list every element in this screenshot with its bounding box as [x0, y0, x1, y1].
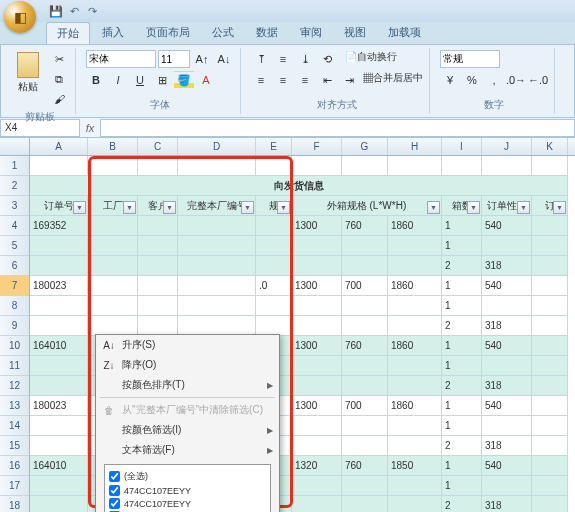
- cell[interactable]: [532, 356, 568, 376]
- filter-dropdown-icon[interactable]: ▼: [517, 201, 530, 214]
- cell[interactable]: [388, 316, 442, 336]
- number-format-select[interactable]: [440, 50, 500, 68]
- row-header[interactable]: 18: [0, 496, 29, 512]
- cell[interactable]: 1850: [388, 456, 442, 476]
- tab-formulas[interactable]: 公式: [202, 22, 244, 44]
- cell[interactable]: 540: [482, 336, 532, 356]
- cell[interactable]: [482, 236, 532, 256]
- cell[interactable]: 1: [442, 276, 482, 296]
- cell[interactable]: [88, 216, 138, 236]
- undo-icon[interactable]: ↶: [66, 3, 82, 19]
- cell[interactable]: [138, 276, 178, 296]
- cell[interactable]: [292, 416, 342, 436]
- row-header[interactable]: 4: [0, 216, 29, 236]
- cell[interactable]: [30, 236, 88, 256]
- cell[interactable]: 2: [442, 376, 482, 396]
- cell[interactable]: [442, 156, 482, 176]
- format-painter-icon[interactable]: 🖌: [49, 90, 69, 108]
- sort-desc-item[interactable]: Z↓降序(O): [96, 355, 279, 375]
- cell[interactable]: [138, 216, 178, 236]
- cell[interactable]: [482, 416, 532, 436]
- cell[interactable]: 1860: [388, 336, 442, 356]
- cell[interactable]: 2: [442, 316, 482, 336]
- cell[interactable]: [532, 216, 568, 236]
- cell[interactable]: [342, 356, 388, 376]
- cell[interactable]: 164010: [30, 456, 88, 476]
- cell[interactable]: [256, 156, 292, 176]
- indent-dec-icon[interactable]: ⇤: [317, 71, 337, 89]
- align-right-icon[interactable]: ≡: [295, 71, 315, 89]
- cell[interactable]: 318: [482, 316, 532, 336]
- cell[interactable]: 1: [442, 356, 482, 376]
- cell[interactable]: [532, 156, 568, 176]
- cell[interactable]: [30, 416, 88, 436]
- dec-decimal-icon[interactable]: ←.0: [528, 71, 548, 89]
- cell[interactable]: 760: [342, 336, 388, 356]
- column-header[interactable]: B: [88, 138, 138, 155]
- cell[interactable]: 1: [442, 396, 482, 416]
- sort-by-color-item[interactable]: 按颜色排序(T)▶: [96, 375, 279, 395]
- font-name-select[interactable]: [86, 50, 156, 68]
- cell[interactable]: 1860: [388, 216, 442, 236]
- paste-button[interactable]: 粘贴: [11, 50, 45, 96]
- column-header[interactable]: G: [342, 138, 388, 155]
- office-button[interactable]: ◧: [4, 1, 36, 33]
- currency-icon[interactable]: ¥: [440, 71, 460, 89]
- cell[interactable]: 760: [342, 216, 388, 236]
- cell[interactable]: [178, 316, 256, 336]
- redo-icon[interactable]: ↷: [84, 3, 100, 19]
- row-header[interactable]: 6: [0, 256, 29, 276]
- cell[interactable]: 订单性质▼: [482, 196, 532, 216]
- cell[interactable]: [532, 436, 568, 456]
- cell[interactable]: 700: [342, 276, 388, 296]
- cell[interactable]: 318: [482, 436, 532, 456]
- cell[interactable]: [342, 476, 388, 496]
- cell[interactable]: 1: [442, 456, 482, 476]
- cell[interactable]: 540: [482, 276, 532, 296]
- cell[interactable]: [30, 156, 88, 176]
- cell[interactable]: [30, 476, 88, 496]
- cell[interactable]: [30, 256, 88, 276]
- cell[interactable]: [178, 236, 256, 256]
- cell[interactable]: [138, 156, 178, 176]
- cell[interactable]: 540: [482, 216, 532, 236]
- cell[interactable]: 318: [482, 496, 532, 512]
- row-header[interactable]: 8: [0, 296, 29, 316]
- cell[interactable]: 164010: [30, 336, 88, 356]
- cell[interactable]: 1860: [388, 396, 442, 416]
- cell[interactable]: [292, 436, 342, 456]
- filter-dropdown-icon[interactable]: ▼: [163, 201, 176, 214]
- cell[interactable]: [256, 216, 292, 236]
- cell[interactable]: [388, 496, 442, 512]
- comma-icon[interactable]: ,: [484, 71, 504, 89]
- row-header[interactable]: 10: [0, 336, 29, 356]
- cell[interactable]: 1300: [292, 336, 342, 356]
- cell[interactable]: [178, 216, 256, 236]
- formula-input[interactable]: [100, 119, 575, 137]
- cut-icon[interactable]: ✂: [49, 50, 69, 68]
- copy-icon[interactable]: ⧉: [49, 70, 69, 88]
- cell[interactable]: 箱数▼: [442, 196, 482, 216]
- cell[interactable]: 2: [442, 496, 482, 512]
- inc-decimal-icon[interactable]: .0→: [506, 71, 526, 89]
- row-header[interactable]: 12: [0, 376, 29, 396]
- cell[interactable]: [178, 276, 256, 296]
- filter-dropdown-icon[interactable]: ▼: [241, 201, 254, 214]
- underline-button[interactable]: U: [130, 71, 150, 89]
- cell[interactable]: [30, 496, 88, 512]
- row-header[interactable]: 13: [0, 396, 29, 416]
- column-header[interactable]: F: [292, 138, 342, 155]
- cell[interactable]: 向发货信息: [30, 176, 568, 196]
- cell[interactable]: 1: [442, 236, 482, 256]
- cell[interactable]: [342, 296, 388, 316]
- tab-view[interactable]: 视图: [334, 22, 376, 44]
- filter-dropdown-icon[interactable]: ▼: [277, 201, 290, 214]
- cell[interactable]: [532, 296, 568, 316]
- cell[interactable]: [532, 376, 568, 396]
- cell[interactable]: [30, 356, 88, 376]
- row-header[interactable]: 2: [0, 176, 29, 196]
- tab-insert[interactable]: 插入: [92, 22, 134, 44]
- cell[interactable]: [292, 356, 342, 376]
- cell[interactable]: [388, 296, 442, 316]
- cell[interactable]: [532, 476, 568, 496]
